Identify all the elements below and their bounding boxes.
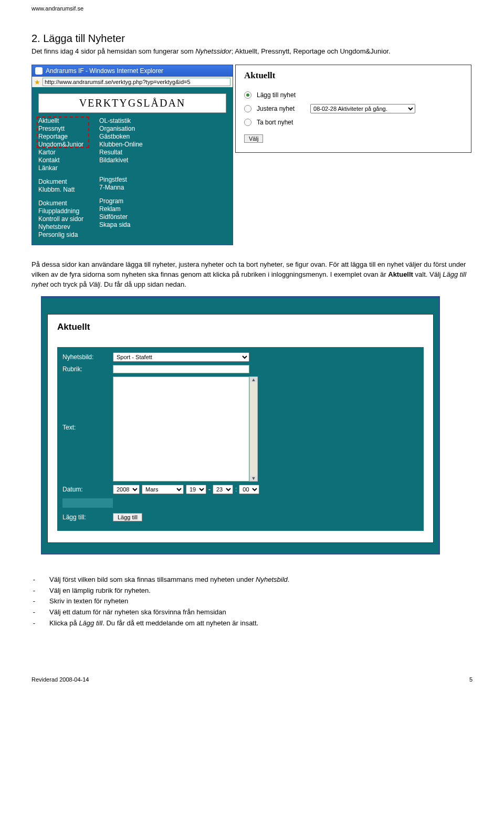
month-select[interactable]: Mars (142, 485, 184, 494)
text-area[interactable] (113, 376, 249, 482)
panel-title: Aktuellt (244, 70, 463, 81)
favorite-star-icon[interactable]: ★ (34, 78, 40, 86)
menu-link[interactable]: Sidfönster (99, 213, 143, 221)
toolbox-title: VERKTYGSLÅDAN (38, 93, 226, 113)
page-number: 5 (469, 676, 472, 683)
menu-link[interactable]: OL-statistik (99, 117, 143, 124)
list-item: Välj först vilken bild som ska finnas ti… (49, 574, 289, 585)
ie-logo-icon (35, 67, 43, 75)
radio-label: Ta bort nyhet (257, 119, 293, 126)
min-select[interactable]: 00 (239, 485, 259, 494)
select-button[interactable]: Välj (244, 134, 263, 143)
year-select[interactable]: 2008 (113, 485, 140, 494)
ie-address-bar: ★ (32, 77, 233, 87)
radio-add-news[interactable]: Lägg till nyhet (244, 91, 463, 99)
list-item: Skriv in texten för nyheten (49, 596, 128, 607)
menu-link[interactable]: Klubben-Online (99, 141, 143, 148)
menu-link[interactable]: Gästboken (99, 133, 143, 140)
news-select[interactable]: 08-02-28 Aktiviteter på gång. (310, 104, 415, 113)
menu-link[interactable]: Bildarkivet (99, 156, 143, 164)
ie-title-text: Andrarums IF - Windows Internet Explorer (46, 67, 163, 75)
hour-select[interactable]: 23 (213, 485, 233, 494)
label-laggtill: Lägg till: (62, 514, 113, 521)
radio-label: Justera nyhet (257, 105, 295, 112)
menu-link[interactable]: Pingstfest (99, 176, 143, 183)
menu-link[interactable]: Dokument (38, 200, 83, 207)
menu-link[interactable]: Program (99, 197, 143, 205)
ie-window: Andrarums IF - Windows Internet Explorer… (32, 65, 233, 245)
form-screenshot: Aktuellt Nyhetsbild: Sport - Stafett Rub… (41, 296, 440, 554)
menu-link[interactable]: Reklam (99, 205, 143, 213)
menu-link[interactable]: Nyhetsbrev (38, 223, 83, 231)
menu-link[interactable]: Skapa sida (99, 221, 143, 228)
section-heading: 2. Lägga till Nyheter (32, 33, 472, 45)
url-input[interactable] (43, 78, 230, 86)
radio-adjust-news[interactable]: Justera nyhet 08-02-28 Aktiviteter på gå… (244, 104, 463, 113)
list-item: Klicka på Lägg till. Du får då ett medde… (49, 618, 258, 629)
radio-label: Lägg till nyhet (257, 91, 296, 99)
form-title: Aktuellt (57, 322, 424, 332)
radio-remove-news[interactable]: Ta bort nyhet (244, 119, 463, 126)
menu-link[interactable]: Resultat (99, 149, 143, 156)
list-item: Välj en lämplig rubrik för nyheten. (49, 585, 151, 597)
menu-link[interactable]: Klubbm. Natt (38, 186, 83, 193)
label-datum: Datum: (62, 486, 113, 493)
day-select[interactable]: 19 (186, 485, 206, 494)
label-text: Text: (62, 376, 113, 431)
ie-titlebar: Andrarums IF - Windows Internet Explorer (32, 65, 233, 77)
nyhetsbild-select[interactable]: Sport - Stafett (113, 352, 249, 362)
menu-link[interactable]: Kontroll av sidor (38, 215, 83, 223)
aktuellt-panel: Aktuellt Lägg till nyhet Justera nyhet 0… (235, 65, 471, 153)
footer-revised: Reviderad 2008-04-14 (32, 676, 89, 683)
textarea-scrollbar[interactable]: ▲ ▼ (249, 376, 258, 482)
intro-paragraph: Det finns idag 4 sidor på hemsidan som f… (32, 47, 472, 56)
menu-link[interactable]: Kontakt (38, 156, 83, 164)
label-rubrik: Rubrik: (62, 365, 113, 373)
menu-link[interactable]: 7-Manna (99, 184, 143, 191)
menu-link[interactable]: Dokument (38, 178, 83, 185)
menu-link[interactable]: Filuppladdning (38, 207, 83, 215)
menu-link[interactable]: Personlig sida (38, 231, 83, 238)
highlight-box (37, 117, 89, 148)
list-item: Välj ett datum för när nyheten ska försv… (49, 607, 226, 618)
bullet-list: -Välj först vilken bild som ska finnas t… (32, 574, 472, 629)
add-button[interactable]: Lägg till (113, 513, 142, 521)
obscured-row (62, 498, 113, 508)
paragraph-2: På dessa sidor kan användare lägga till … (32, 260, 472, 290)
scroll-down-icon[interactable]: ▼ (250, 476, 257, 481)
menu-link[interactable]: Kartor (38, 149, 83, 156)
menu-link[interactable]: Länkar (38, 164, 83, 172)
tools-column-right: OL-statistikOrganisationGästbokenKlubben… (99, 117, 143, 238)
page-header-url: www.andrarumsif.se (32, 5, 472, 12)
scroll-up-icon[interactable]: ▲ (250, 377, 257, 382)
rubrik-input[interactable] (113, 365, 249, 373)
label-nyhetsbild: Nyhetsbild: (62, 353, 113, 361)
menu-link[interactable]: Organisation (99, 125, 143, 132)
